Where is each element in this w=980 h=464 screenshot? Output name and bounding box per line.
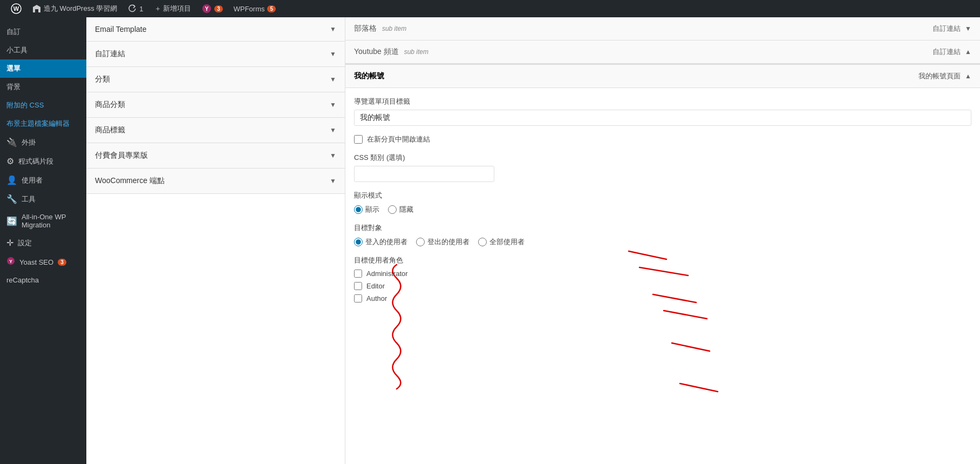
wp-logo-button[interactable]: W [6,0,26,17]
sidebar-item-yoast[interactable]: Y Yoast SEO 3 [0,252,86,272]
youtube-subtitle: sub item [404,48,428,56]
accordion-product-tag[interactable]: 商品標籤 ▼ [86,118,345,143]
product-category-header[interactable]: 商品分類 ▼ [86,92,345,117]
admin-bar: W 造九 WordPress 學習網 1 ＋ 新增項目 Y 3 WPForms … [0,0,980,17]
accordion-product-category[interactable]: 商品分類 ▼ [86,92,345,118]
sidebar-item-menus[interactable]: 選單 [0,59,86,78]
product-category-label: 商品分類 [95,100,125,110]
target-all-label: 全部使用者 [489,237,525,247]
display-show-label: 顯示 [365,205,379,214]
custom-link-header[interactable]: 自訂連結 ▼ [86,42,345,66]
users-label: 使用者 [22,176,43,185]
display-show-radio[interactable] [354,205,363,214]
sync-button[interactable]: 1 [124,0,147,17]
sidebar-item-plugins[interactable]: 🔌 外掛 [0,133,86,152]
css-class-group: CSS 類別 (選填) [354,153,971,182]
sidebar-item-customize[interactable]: 自訂 [0,23,86,41]
plugins-label: 外掛 [22,138,36,147]
role-title: 目標使用者角色 [354,255,971,265]
site-name-button[interactable]: 造九 WordPress 學習網 [28,0,121,17]
product-tag-label: 商品標籤 [95,125,125,135]
category-label: 分類 [95,75,110,84]
category-header[interactable]: 分類 ▼ [86,67,345,92]
site-name-label: 造九 WordPress 學習網 [44,4,117,14]
youtube-right: 自訂連結 ▲ [933,47,971,57]
woocommerce-header[interactable]: WooCommerce 端點 ▼ [86,169,345,193]
target-logged-in: 登入的使用者 [354,237,407,247]
all-in-one-label: All-in-One WP Migration [22,213,80,229]
sub-item-blog: 部落格 sub item 自訂連結 ▼ [345,17,980,41]
sidebar-item-background[interactable]: 背景 [0,78,86,96]
role-administrator-checkbox[interactable] [354,270,362,278]
code-snippets-label: 程式碼片段 [18,157,53,166]
css-class-input[interactable] [354,166,494,182]
sidebar-item-users[interactable]: 👤 使用者 [0,171,86,190]
right-panel: 部落格 sub item 自訂連結 ▼ Youtube 頻道 sub item [345,17,980,464]
role-author-checkbox[interactable] [354,294,362,302]
paid-member-chevron: ▼ [330,152,336,159]
youtube-chevron[interactable]: ▲ [965,48,971,56]
svg-text:W: W [13,5,19,12]
settings-panel-body: 導覽選單項目標籤 在新分頁中開啟連結 CSS 類別 (選填) [345,88,980,320]
settings-chevron-up[interactable]: ▲ [965,72,971,80]
accordion-custom-link[interactable]: 自訂連結 ▼ [86,42,345,67]
sidebar-item-recaptcha[interactable]: reCaptcha [0,272,86,288]
yoast-button[interactable]: Y 3 [198,0,227,17]
role-editor-checkbox[interactable] [354,282,362,290]
sidebar-item-widgets[interactable]: 小工具 [0,41,86,59]
target-logged-out-radio[interactable] [416,238,425,246]
category-chevron: ▼ [330,76,336,83]
accordion-paid-member[interactable]: 付費會員專業版 ▼ [86,143,345,169]
new-tab-checkbox[interactable] [354,135,363,144]
sidebar-item-tools[interactable]: 🔧 工具 [0,190,86,209]
nav-label-title: 導覽選單項目標籤 [354,97,971,106]
target-logged-out-label: 登出的使用者 [427,237,469,247]
settings-panel-header[interactable]: 我的帳號 我的帳號頁面 ▲ [345,65,980,88]
sidebar-item-all-in-one[interactable]: 🔄 All-in-One WP Migration [0,209,86,233]
wpforms-label: WPForms [234,5,265,13]
target-all-radio[interactable] [478,238,487,246]
sidebar-item-code-snippets[interactable]: ⚙ 程式碼片段 [0,152,86,171]
paid-member-label: 付費會員專業版 [95,151,148,160]
email-template-header[interactable]: Email Template ▼ [86,17,345,41]
display-hide-option: 隱藏 [388,205,413,214]
nav-label-input[interactable] [354,110,971,126]
target-logged-in-radio[interactable] [354,238,363,246]
accordion-category[interactable]: 分類 ▼ [86,67,345,92]
custom-link-chevron: ▼ [330,50,336,58]
nav-label-group: 導覽選單項目標籤 [354,97,971,126]
paid-member-header[interactable]: 付費會員專業版 ▼ [86,143,345,168]
yoast-sidebar-icon: Y [6,257,15,267]
menus-label: 選單 [6,64,21,73]
left-panel: Email Template ▼ 自訂連結 ▼ 分類 ▼ 商品分類 [86,17,345,464]
role-editor-label: Editor [366,282,385,290]
accordion-email-template[interactable]: Email Template ▼ [86,17,345,42]
display-mode-group: 顯示模式 顯示 隱藏 [354,191,971,214]
page-link-label: 我的帳號頁面 [918,71,961,81]
display-show-option: 顯示 [354,205,379,214]
new-item-button[interactable]: ＋ 新增項目 [150,0,196,17]
role-administrator-label: Administrator [366,270,408,278]
sidebar-item-additional-css[interactable]: 附加的 CSS [0,96,86,115]
sidebar-item-settings[interactable]: ✛ 設定 [0,233,86,252]
wpforms-button[interactable]: WPForms 5 [229,0,280,17]
wpforms-badge: 5 [267,5,276,12]
new-tab-label: 在新分頁中開啟連結 [367,135,430,144]
settings-panel-title: 我的帳號 [354,71,384,81]
settings-icon: ✛ [6,238,13,248]
yoast-label: Yoast SEO [19,258,53,266]
accordion-woocommerce[interactable]: WooCommerce 端點 ▼ [86,169,345,194]
role-checkbox-list: Administrator Editor Author [354,270,971,302]
main-content: Email Template ▼ 自訂連結 ▼ 分類 ▼ 商品分類 [86,17,980,464]
display-hide-radio[interactable] [388,205,397,214]
blog-chevron[interactable]: ▼ [965,25,971,32]
product-tag-header[interactable]: 商品標籤 ▼ [86,118,345,143]
target-logged-in-label: 登入的使用者 [365,237,407,247]
yoast-badge: 3 [214,5,223,12]
display-mode-title: 顯示模式 [354,191,971,200]
woocommerce-label: WooCommerce 端點 [95,176,165,186]
role-administrator: Administrator [354,270,971,278]
youtube-name: Youtube 頻道 [354,47,399,56]
sidebar-item-theme-editor[interactable]: 布景主題檔案編輯器 [0,115,86,133]
sidebar: 自訂 小工具 選單 背景 附加的 CSS 布景主題檔案編輯器 🔌 外掛 ⚙ 程式… [0,17,86,464]
